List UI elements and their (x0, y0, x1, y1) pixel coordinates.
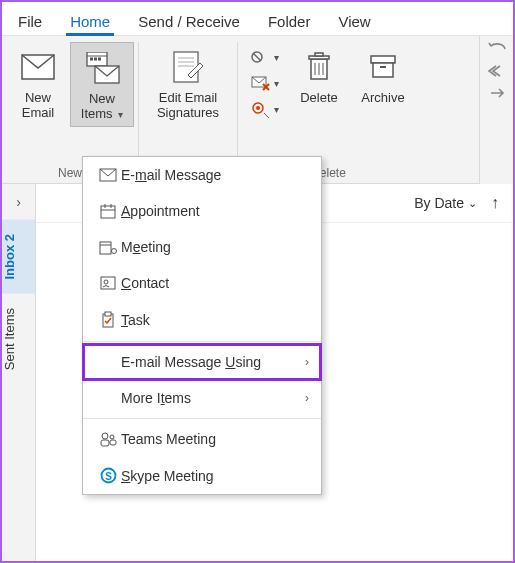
svg-point-17 (256, 106, 260, 110)
archive-icon (368, 46, 398, 88)
trash-icon (305, 46, 333, 88)
delete-label: Delete (300, 90, 338, 105)
svg-rect-7 (174, 52, 198, 82)
sidebar-sent-items[interactable]: Sent Items (2, 294, 35, 384)
svg-rect-42 (101, 440, 109, 446)
svg-rect-5 (98, 58, 101, 61)
svg-text:S: S (105, 471, 112, 482)
ignore-button[interactable]: ▾ (248, 46, 281, 68)
reply-all-icon[interactable] (486, 64, 508, 78)
menu-contact[interactable]: Contact (83, 265, 321, 301)
menu-teams-meeting[interactable]: Teams Meeting (83, 421, 321, 457)
undo-icon[interactable] (487, 42, 507, 56)
sort-label: By Date (414, 195, 464, 211)
chevron-down-icon: ▾ (118, 109, 123, 120)
tab-file[interactable]: File (4, 6, 56, 35)
tab-folder[interactable]: Folder (254, 6, 325, 35)
svg-rect-21 (315, 53, 323, 56)
envelope-icon (21, 46, 55, 88)
menu-meeting[interactable]: Meeting (83, 229, 321, 265)
svg-point-41 (110, 435, 114, 439)
svg-line-12 (253, 53, 261, 61)
new-items-icon (83, 47, 121, 89)
skype-icon: S (95, 467, 121, 484)
menu-email-using[interactable]: E-mail Message Using › (83, 344, 321, 380)
expand-sidebar-icon[interactable]: › (16, 184, 21, 220)
forward-icon[interactable] (487, 86, 507, 100)
menu-skype-meeting[interactable]: S Skype Meeting (83, 457, 321, 494)
new-items-dropdown: E-mail Message Appointment Meeting Conta… (82, 156, 322, 495)
sort-ascending-icon[interactable]: ↑ (491, 194, 499, 212)
edit-signatures-button[interactable]: Edit Email Signatures (143, 42, 233, 124)
meeting-icon (95, 239, 121, 255)
svg-rect-43 (110, 440, 116, 445)
svg-point-40 (102, 433, 108, 439)
svg-rect-25 (371, 56, 395, 63)
svg-rect-39 (105, 312, 111, 316)
tab-send-receive[interactable]: Send / Receive (124, 6, 254, 35)
delete-button[interactable]: Delete (287, 42, 351, 109)
menu-task[interactable]: Task (83, 301, 321, 339)
new-email-button[interactable]: New Email (6, 42, 70, 124)
new-items-label: New Items ▾ (81, 91, 123, 122)
sidebar-inbox[interactable]: Inbox 2 (2, 220, 35, 294)
folder-sidebar: › Inbox 2 Sent Items (2, 184, 36, 561)
svg-rect-29 (101, 206, 115, 218)
chevron-right-icon: › (305, 355, 309, 369)
svg-rect-4 (94, 58, 97, 61)
junk-icon (250, 100, 272, 118)
svg-rect-26 (373, 63, 393, 77)
chevron-down-icon: ⌄ (468, 197, 477, 210)
new-items-button[interactable]: New Items ▾ (70, 42, 134, 127)
tab-home[interactable]: Home (56, 6, 124, 35)
chevron-down-icon: ▾ (274, 78, 279, 89)
ignore-icon (250, 48, 272, 66)
archive-label: Archive (361, 90, 404, 105)
new-email-label: New Email (22, 90, 55, 120)
archive-button[interactable]: Archive (351, 42, 415, 109)
junk-button[interactable]: ▾ (248, 98, 281, 120)
cleanup-icon (250, 74, 272, 92)
teams-icon (95, 431, 121, 447)
sort-by-date-button[interactable]: By Date ⌄ (414, 195, 477, 211)
tabs-bar: File Home Send / Receive Folder View (2, 2, 513, 36)
menu-appointment[interactable]: Appointment (83, 193, 321, 229)
svg-rect-3 (90, 58, 93, 61)
envelope-icon (95, 168, 121, 182)
chevron-down-icon: ▾ (274, 52, 279, 63)
tab-view[interactable]: View (324, 6, 384, 35)
calendar-icon (95, 203, 121, 219)
signature-icon (171, 46, 205, 88)
menu-more-items[interactable]: More Items › (83, 380, 321, 416)
chevron-down-icon: ▾ (274, 104, 279, 115)
cleanup-button[interactable]: ▾ (248, 72, 281, 94)
task-icon (95, 311, 121, 329)
svg-point-35 (112, 249, 117, 254)
menu-email-message[interactable]: E-mail Message (83, 157, 321, 193)
quick-bar (479, 36, 513, 184)
svg-line-18 (264, 113, 269, 118)
contact-icon (95, 275, 121, 291)
edit-signatures-label: Edit Email Signatures (157, 90, 219, 120)
chevron-right-icon: › (305, 391, 309, 405)
svg-rect-33 (100, 242, 111, 254)
